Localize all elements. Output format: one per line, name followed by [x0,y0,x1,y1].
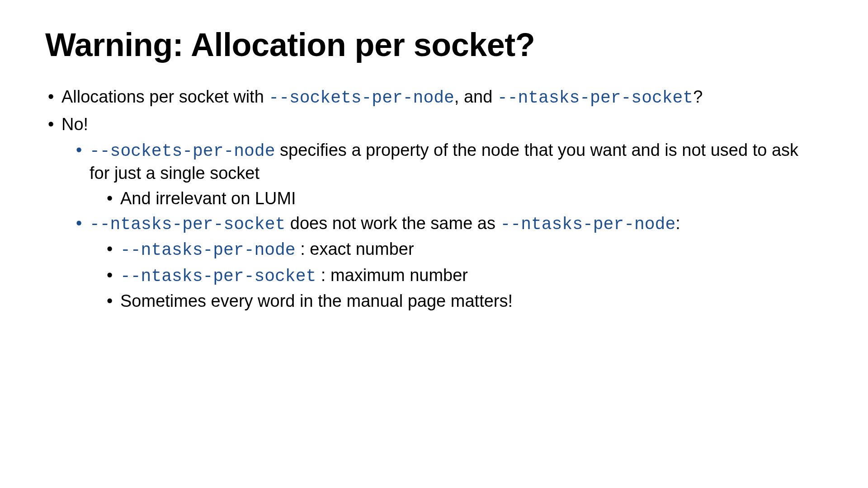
bullet-2-1-a: And irrelevant on LUMI [104,188,823,210]
bullet-list: Allocations per socket with --sockets-pe… [45,85,823,312]
code-ntasks-per-node: --ntasks-per-node [120,240,296,260]
text: ? [693,87,703,106]
text: , and [454,87,497,106]
text: : exact number [296,239,414,258]
bullet-2-2-b: --ntasks-per-socket : maximum number [104,264,823,287]
bullet-2-2: --ntasks-per-socket does not work the sa… [73,212,823,313]
code-ntasks-per-socket: --ntasks-per-socket [497,88,693,108]
code-sockets-per-node: --sockets-per-node [90,141,275,161]
bullet-list-lvl2: --sockets-per-node specifies a property … [61,139,823,313]
bullet-2-1: --sockets-per-node specifies a property … [73,139,823,210]
bullet-list-lvl3: And irrelevant on LUMI [90,188,823,210]
text: And irrelevant on LUMI [120,189,296,208]
slide: Warning: Allocation per socket? Allocati… [0,0,868,488]
bullet-2: No! --sockets-per-node specifies a prope… [45,113,823,312]
text: Allocations per socket with [61,87,269,106]
code-ntasks-per-socket: --ntasks-per-socket [120,267,316,286]
code-ntasks-per-socket: --ntasks-per-socket [90,215,285,234]
bullet-2-2-a: --ntasks-per-node : exact number [104,238,823,261]
text: Sometimes every word in the manual page … [120,291,513,310]
bullet-2-2-c: Sometimes every word in the manual page … [104,290,823,312]
code-ntasks-per-node: --ntasks-per-node [500,215,676,234]
bullet-list-lvl3: --ntasks-per-node : exact number --ntask… [90,238,823,312]
text: : maximum number [316,266,468,285]
code-sockets-per-node: --sockets-per-node [269,88,454,108]
text: : [675,214,680,233]
text: No! [61,115,88,134]
slide-title: Warning: Allocation per socket? [45,27,823,63]
bullet-1: Allocations per socket with --sockets-pe… [45,85,823,109]
text: does not work the same as [285,214,500,233]
